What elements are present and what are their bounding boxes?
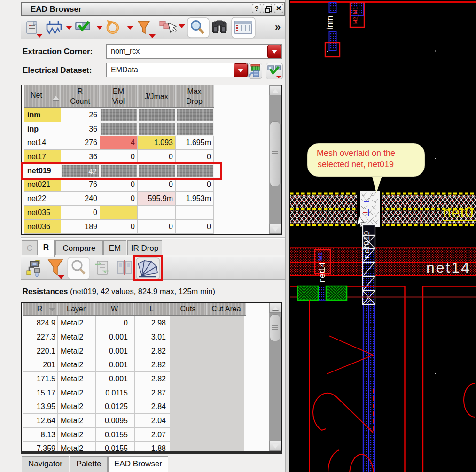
- svg-text:inm: inm: [325, 16, 335, 29]
- svg-text:net14: net14: [426, 259, 471, 276]
- svg-text:net14: net14: [318, 263, 327, 283]
- svg-text:»: »: [275, 21, 281, 33]
- svg-text:net0: net0: [443, 204, 474, 221]
- svg-text:M2_M1: M2_M1: [352, 7, 358, 24]
- svg-text:M1: M1: [317, 252, 324, 261]
- svg-text:selected net, net019: selected net, net019: [318, 160, 394, 169]
- svg-text:net019: net019: [363, 230, 371, 259]
- svg-text:Mesh overlaid on the: Mesh overlaid on the: [317, 148, 395, 158]
